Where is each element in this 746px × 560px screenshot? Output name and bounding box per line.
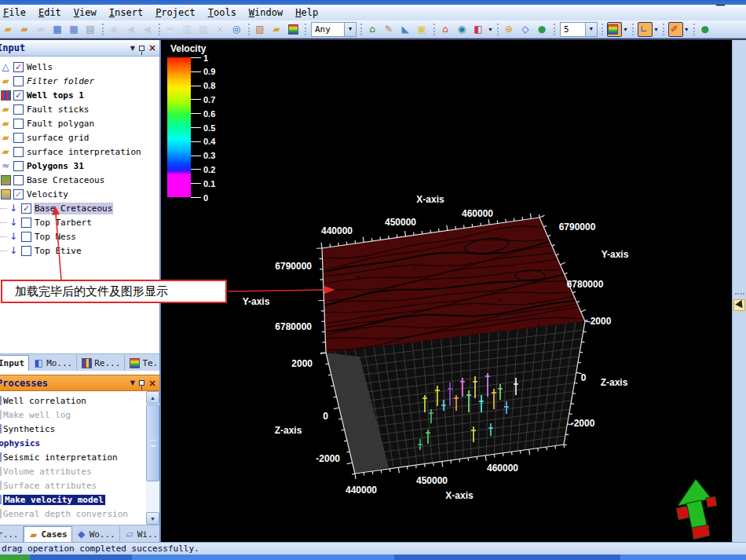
axes-chart-button[interactable]: ∟: [638, 22, 653, 37]
box-3d-button[interactable]: ◇: [519, 22, 534, 37]
speaker-off-button[interactable]: ◀: [124, 22, 139, 37]
import-data-button[interactable]: ▰: [18, 22, 33, 37]
menu-item-edit[interactable]: Edit: [32, 6, 68, 19]
panel-menu-icon[interactable]: ▼: [130, 379, 135, 386]
checkbox[interactable]: [13, 175, 24, 185]
navigate-diamond-button[interactable]: ◆: [108, 22, 123, 37]
eye-button[interactable]: ◉: [455, 22, 470, 37]
color-legend-button[interactable]: [607, 22, 622, 37]
process-item-make-velocity-model[interactable]: Make velocity model: [0, 492, 146, 507]
scroll-up-icon[interactable]: ▲: [146, 391, 159, 404]
palette-button[interactable]: ▨: [254, 22, 269, 37]
checkbox[interactable]: [13, 119, 24, 129]
menu-item-window[interactable]: Window: [243, 6, 289, 19]
tree-item-top-tarbert[interactable]: ↓Top Tarbert: [0, 215, 159, 229]
pin-icon[interactable]: [139, 380, 144, 386]
snapshot-button[interactable]: ▣: [415, 22, 430, 37]
save-as-button[interactable]: ▦: [68, 22, 82, 37]
open-project-button[interactable]: ▰: [2, 22, 16, 37]
crosshair-button[interactable]: ⊕: [503, 22, 517, 37]
chevron-down-icon[interactable]: ▼: [684, 27, 689, 32]
new-folder-button[interactable]: ▰: [270, 22, 285, 37]
menu-item-file[interactable]: File: [0, 6, 32, 19]
process-item-synthetics[interactable]: Synthetics: [0, 422, 146, 436]
home-import-button[interactable]: ⌂: [366, 22, 381, 37]
search-button[interactable]: ◎: [230, 22, 245, 37]
scroll-down-icon[interactable]: ▼: [146, 512, 159, 525]
menu-item-insert[interactable]: Insert: [103, 6, 149, 19]
copy-button[interactable]: ▥: [181, 22, 196, 37]
process-item-geophysics[interactable]: Geophysics: [0, 436, 146, 450]
globe-partial-button[interactable]: ●: [699, 22, 714, 37]
processes-scrollbar[interactable]: ▲ ▼: [146, 391, 159, 525]
tab-wo[interactable]: ◆Wo...: [72, 526, 120, 542]
color-table-button[interactable]: [287, 22, 302, 37]
fill-bucket-button[interactable]: ◣: [399, 22, 414, 37]
tree-item-top-etive[interactable]: ↓Top Etive: [0, 243, 159, 258]
menu-item-help[interactable]: Help: [289, 6, 324, 19]
north-arrow-icon[interactable]: [676, 479, 717, 540]
checkbox[interactable]: [13, 76, 24, 86]
3d-viewport[interactable]: X-axis4400004500004600006790000Y-axis678…: [161, 40, 732, 542]
start-button[interactable]: [0, 555, 30, 560]
minimize-button[interactable]: —: [716, 0, 725, 9]
scrollbar-thumb[interactable]: [146, 404, 159, 481]
tab-wi[interactable]: ▱Wi...: [120, 526, 159, 542]
process-item-seismic-interpretation[interactable]: Seismic interpretation: [0, 450, 146, 464]
process-item-volume-attributes[interactable]: Volume attributes: [0, 464, 146, 478]
panel-menu-icon[interactable]: ▼: [130, 45, 135, 52]
tab-input[interactable]: Input: [0, 355, 29, 371]
tree-item-well-tops-1[interactable]: ✓Well tops 1: [0, 88, 159, 102]
tree-item-fault-polygan[interactable]: ▰Fault polygan: [0, 116, 159, 130]
tab-re[interactable]: Re...: [77, 355, 125, 371]
cut-button[interactable]: ✂: [164, 22, 179, 37]
home-button[interactable]: ⌂: [439, 22, 454, 37]
tree-item-fault-sticks[interactable]: ▰Fault sticks: [0, 102, 159, 116]
speaker-on-button[interactable]: ◀: [141, 22, 155, 37]
checkbox[interactable]: [21, 246, 31, 256]
process-item-well-correlation[interactable]: Well correlation: [0, 393, 146, 408]
process-item-make-well-log[interactable]: Make well log: [0, 408, 146, 422]
chevron-down-icon[interactable]: ▼: [623, 27, 628, 32]
checkbox[interactable]: [13, 161, 24, 171]
print-button[interactable]: ▤: [84, 22, 99, 37]
tree-item-base-cretaceous[interactable]: Base Cretaceous: [0, 173, 159, 187]
checkbox[interactable]: [13, 133, 24, 143]
pin-icon[interactable]: [139, 46, 144, 51]
delete-button[interactable]: ×: [214, 22, 229, 37]
chevron-down-icon[interactable]: ▼: [344, 23, 356, 36]
compass-pen-button[interactable]: ✐: [668, 22, 683, 37]
tree-item-surface-grid[interactable]: ▰surface grid: [0, 130, 159, 145]
close-icon[interactable]: ×: [148, 42, 156, 53]
edit-pencil-button[interactable]: ✎: [382, 22, 397, 37]
tree-item-filter-folder[interactable]: ▰Filter folder: [0, 74, 159, 88]
checkbox[interactable]: [21, 218, 31, 228]
close-icon[interactable]: ×: [148, 378, 156, 389]
taskbar-button[interactable]: [30, 555, 132, 560]
checkbox[interactable]: ✓: [13, 62, 24, 72]
checkbox[interactable]: [13, 147, 24, 157]
tab-r[interactable]: r...: [0, 526, 24, 542]
globe-button[interactable]: ●: [536, 22, 550, 37]
tree-item-polygons-31[interactable]: ≈Polygons 31: [0, 159, 159, 173]
tree-item-top-ness[interactable]: ↓Top Ness: [0, 229, 159, 243]
chevron-down-icon[interactable]: ▼: [585, 23, 597, 36]
process-item-surface-attributes[interactable]: Surface attributes: [0, 478, 146, 492]
tree-item-velocity[interactable]: ✓Velocity: [0, 187, 159, 201]
tab-cases[interactable]: ▰Cases: [24, 526, 72, 542]
menu-item-project[interactable]: Project: [149, 6, 202, 19]
checkbox[interactable]: [21, 232, 31, 242]
checkbox[interactable]: ✓: [13, 189, 24, 199]
zoom-level-combo[interactable]: 5▼: [560, 22, 598, 37]
tab-mo[interactable]: ◧Mo...: [29, 355, 77, 371]
paste-button[interactable]: ▤: [197, 22, 212, 37]
chevron-down-icon[interactable]: ▼: [488, 27, 493, 32]
cube-3d-button[interactable]: ◧: [472, 22, 487, 37]
taskbar-button[interactable]: [394, 555, 620, 560]
process-item-general-depth-conversion[interactable]: General depth conversion: [0, 507, 146, 521]
checkbox[interactable]: ✓: [21, 203, 31, 214]
checkbox[interactable]: ✓: [13, 90, 24, 101]
3d-scene[interactable]: X-axis4400004500004600006790000Y-axis678…: [161, 40, 732, 542]
tree-item-wells[interactable]: △✓Wells: [0, 60, 159, 74]
filter-combo[interactable]: Any▼: [311, 22, 357, 37]
